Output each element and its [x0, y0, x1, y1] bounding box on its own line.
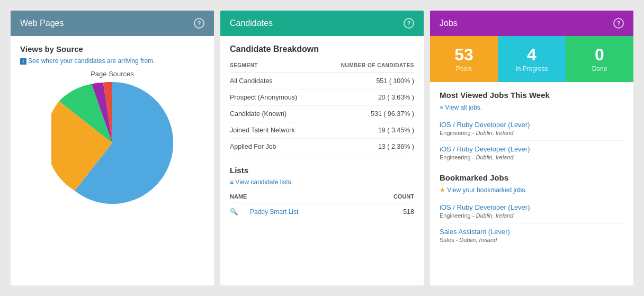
- bookmarked-job-meta: Sales - Dublin, Ireland: [440, 237, 624, 243]
- pools-label: Pools: [456, 65, 472, 73]
- bookmarked-job-title-link[interactable]: Sales Assistant (Lever): [440, 228, 624, 236]
- job-meta: Engineering - Dublin, Ireland: [440, 130, 624, 136]
- lists-title: Lists: [230, 166, 414, 175]
- bookmarked-job-item: Sales Assistant (Lever)Sales - Dublin, I…: [440, 223, 624, 247]
- most-viewed-title: Most Viewed Jobs This Week: [440, 91, 624, 100]
- candidates-header: Candidates ?: [220, 11, 424, 36]
- info-icon: i: [20, 58, 26, 65]
- source-link[interactable]: iSee where your candidates are arriving …: [20, 57, 155, 65]
- bookmarked-job-title-link[interactable]: iOS / Ruby Developer (Lever): [440, 203, 624, 211]
- list-col-count: COUNT: [365, 191, 414, 203]
- view-candidate-lists-link[interactable]: ≡ View candidate lists.: [230, 178, 293, 186]
- list-col-name: NAME: [230, 191, 365, 203]
- table-row: All Candidates551 ( 100% ): [230, 73, 414, 89]
- webpages-header: Web Pages ?: [11, 11, 214, 36]
- list-name-cell: Paddy Smart List: [250, 203, 365, 220]
- list-name-link[interactable]: Paddy Smart List: [250, 208, 298, 216]
- job-title-link[interactable]: iOS / Ruby Developer (Lever): [440, 145, 624, 153]
- candidates-title: Candidates: [230, 19, 273, 28]
- segment-cell: Candidate (Known): [230, 106, 318, 122]
- bookmarked-title: Bookmarked Jobs: [440, 173, 624, 182]
- stat-box-inprogress[interactable]: 4 In Progress: [498, 36, 566, 82]
- lists-section: Lists ≡ View candidate lists. NAME COUNT…: [230, 166, 414, 220]
- jobs-body: Most Viewed Jobs This Week ≡ View all jo…: [430, 82, 633, 256]
- most-viewed-jobs-list: iOS / Ruby Developer (Lever)Engineering …: [440, 116, 624, 165]
- table-row: Applied For Job13 ( 2.36% ): [230, 139, 414, 155]
- done-label: Done: [592, 65, 607, 73]
- pie-chart: [20, 82, 204, 204]
- segment-cell: Prospect (Anonymous): [230, 89, 318, 106]
- count-cell: 13 ( 2.36% ): [318, 139, 414, 155]
- job-meta: Engineering - Dublin, Ireland: [440, 154, 624, 160]
- pools-number: 53: [454, 46, 473, 64]
- list-icon: ≡: [440, 104, 443, 111]
- webpages-body: Views by Source iSee where your candidat…: [11, 36, 214, 285]
- jobs-help-icon[interactable]: ?: [613, 18, 624, 29]
- table-row: Prospect (Anonymous)20 ( 3.63% ): [230, 89, 414, 106]
- table-row: Joined Talent Network19 ( 3.45% ): [230, 122, 414, 139]
- job-item: iOS / Ruby Developer (Lever)Engineering …: [440, 116, 624, 141]
- bookmarked-jobs-list: iOS / Ruby Developer (Lever)Engineering …: [440, 199, 624, 247]
- jobs-header: Jobs ?: [430, 11, 633, 36]
- bookmarked-section: Bookmarked Jobs ★ View your bookmarked j…: [440, 173, 624, 247]
- views-by-source-title: Views by Source: [20, 44, 204, 53]
- star-icon: ★: [440, 186, 445, 194]
- inprogress-number: 4: [527, 46, 536, 64]
- jobs-stats: 53 Pools 4 In Progress 0 Done: [430, 36, 633, 82]
- candidates-panel: Candidates ? Candidate Breakdown SEGMENT…: [220, 11, 424, 285]
- count-cell: 20 ( 3.63% ): [318, 89, 414, 106]
- list-table: NAME COUNT 🔍Paddy Smart List518: [230, 191, 414, 220]
- breakdown-title: Candidate Breakdown: [230, 44, 414, 54]
- inprogress-label: In Progress: [515, 65, 548, 73]
- job-item: iOS / Ruby Developer (Lever)Engineering …: [440, 141, 624, 165]
- bookmarked-job-item: iOS / Ruby Developer (Lever)Engineering …: [440, 199, 624, 223]
- jobs-title: Jobs: [440, 19, 458, 28]
- candidates-help-icon[interactable]: ?: [404, 18, 414, 29]
- col-count: NUMBER OF CANDIDATES: [318, 60, 414, 73]
- count-cell: 551 ( 100% ): [318, 73, 414, 89]
- webpages-help-icon[interactable]: ?: [194, 18, 204, 29]
- list-count-cell: 518: [365, 203, 414, 220]
- webpages-title: Web Pages: [20, 19, 64, 28]
- col-segment: SEGMENT: [230, 60, 318, 73]
- view-all-jobs-link[interactable]: ≡ View all jobs.: [440, 104, 624, 111]
- stat-box-pools[interactable]: 53 Pools: [430, 36, 498, 82]
- stat-box-done[interactable]: 0 Done: [566, 36, 633, 82]
- search-icon: 🔍: [230, 203, 250, 220]
- jobs-panel: Jobs ? 53 Pools 4 In Progress 0 Done Mos…: [430, 11, 633, 285]
- list-item: 🔍Paddy Smart List518: [230, 203, 414, 220]
- segment-cell: Applied For Job: [230, 139, 318, 155]
- pie-svg: [51, 82, 173, 204]
- breakdown-table: SEGMENT NUMBER OF CANDIDATES All Candida…: [230, 60, 414, 155]
- candidates-body: Candidate Breakdown SEGMENT NUMBER OF CA…: [220, 36, 424, 285]
- segment-cell: Joined Talent Network: [230, 122, 318, 139]
- count-cell: 19 ( 3.45% ): [318, 122, 414, 139]
- page-sources-title: Page Sources: [20, 70, 204, 78]
- webpages-panel: Web Pages ? Views by Source iSee where y…: [11, 11, 214, 285]
- bookmarked-job-meta: Engineering - Dublin, Ireland: [440, 212, 624, 219]
- done-number: 0: [595, 46, 604, 64]
- segment-cell: All Candidates: [230, 73, 318, 89]
- count-cell: 531 ( 96.37% ): [318, 106, 414, 122]
- lists-link-icon: ≡: [230, 178, 234, 186]
- table-row: Candidate (Known)531 ( 96.37% ): [230, 106, 414, 122]
- job-title-link[interactable]: iOS / Ruby Developer (Lever): [440, 121, 624, 129]
- view-bookmarked-jobs-link[interactable]: ★ View your bookmarked jobs.: [440, 186, 624, 194]
